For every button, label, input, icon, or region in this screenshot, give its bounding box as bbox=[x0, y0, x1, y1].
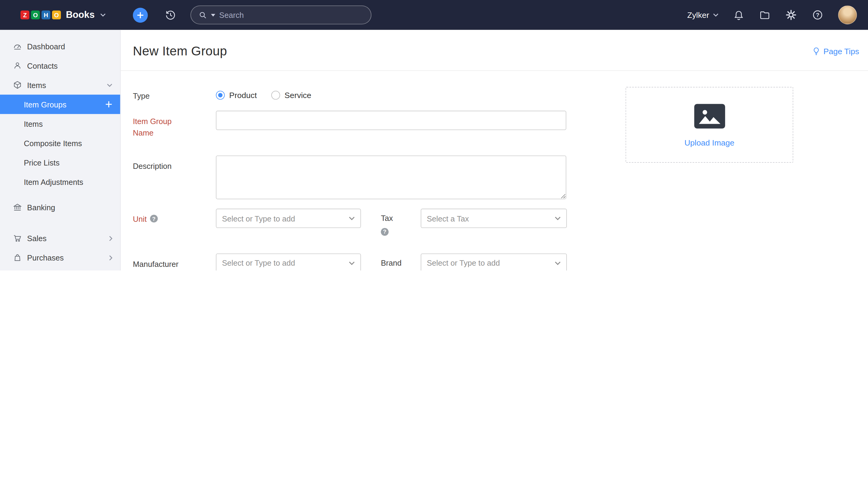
search-scope-caret-icon[interactable] bbox=[211, 14, 216, 16]
page-header: New Item Group Page Tips bbox=[121, 30, 868, 71]
upload-image-box[interactable]: Upload Image bbox=[626, 87, 793, 163]
unit-select-value: Select or Type to add bbox=[222, 214, 295, 223]
contacts-icon bbox=[12, 61, 22, 70]
banking-icon bbox=[12, 202, 22, 212]
sidebar-item-items[interactable]: Items bbox=[0, 75, 120, 95]
settings-button[interactable] bbox=[785, 9, 797, 21]
logo-tile-o1: O bbox=[31, 11, 40, 19]
sidebar-item-banking[interactable]: Banking bbox=[0, 198, 120, 217]
brand-label: Brand bbox=[381, 258, 421, 267]
sidebar-item-label: Banking bbox=[27, 203, 55, 211]
user-avatar[interactable] bbox=[838, 5, 857, 24]
brand-select[interactable]: Select or Type to add bbox=[421, 253, 567, 271]
manufacturer-select[interactable]: Select or Type to add bbox=[216, 253, 361, 271]
sales-icon bbox=[12, 233, 22, 243]
logo-tile-o2: O bbox=[52, 11, 61, 19]
sidebar: Dashboard Contacts Items Item Groups Ite… bbox=[0, 30, 121, 271]
main-content: New Item Group Page Tips Upload Image Ty… bbox=[121, 30, 868, 271]
tax-select-value: Select a Tax bbox=[427, 214, 469, 223]
help-icon: ? bbox=[812, 9, 823, 21]
zoho-books-logo[interactable]: Z O H O Books bbox=[0, 0, 121, 30]
radio-service-label[interactable]: Service bbox=[285, 90, 311, 99]
sidebar-item-items-sub[interactable]: Items bbox=[0, 114, 120, 133]
page-tips-label: Page Tips bbox=[823, 47, 859, 56]
brand-name: Books bbox=[66, 10, 95, 21]
sidebar-item-purchases[interactable]: Purchases bbox=[0, 248, 120, 267]
chevron-down-icon bbox=[107, 83, 112, 87]
chevron-down-icon bbox=[713, 13, 718, 17]
topbar-main: Zylker bbox=[121, 0, 868, 30]
chevron-down-icon bbox=[348, 216, 355, 220]
sidebar-item-item-groups[interactable]: Item Groups bbox=[0, 95, 120, 114]
sidebar-item-label: Purchases bbox=[27, 253, 64, 262]
global-search bbox=[190, 5, 371, 24]
brand-label-block: Brand bbox=[381, 253, 421, 271]
unit-tax-row: Unit Select or Type to add Tax Select a … bbox=[133, 209, 868, 236]
logo-tile-h: H bbox=[41, 11, 50, 19]
sidebar-item-composite-items[interactable]: Composite Items bbox=[0, 133, 120, 153]
sidebar-item-sales[interactable]: Sales bbox=[0, 228, 120, 248]
sidebar-item-item-adjustments[interactable]: Item Adjustments bbox=[0, 172, 120, 191]
sidebar-item-label: Price Lists bbox=[24, 158, 59, 167]
manufacturer-label: Manufacturer bbox=[133, 253, 216, 271]
recent-history-button[interactable] bbox=[164, 9, 176, 21]
chevron-down-icon bbox=[555, 261, 561, 265]
items-icon bbox=[12, 80, 22, 90]
type-options: Product Service bbox=[216, 85, 311, 102]
chevron-down-icon bbox=[100, 13, 106, 17]
sidebar-item-label: Item Adjustments bbox=[24, 177, 83, 186]
unit-label: Unit bbox=[133, 214, 147, 225]
sidebar-item-label: Item Groups bbox=[24, 100, 67, 109]
search-icon bbox=[199, 11, 207, 19]
page-title: New Item Group bbox=[133, 44, 227, 58]
sidebar-item-contacts[interactable]: Contacts bbox=[0, 56, 120, 75]
notifications-button[interactable] bbox=[733, 9, 745, 21]
unit-label-block: Unit bbox=[133, 209, 216, 236]
page-tips-link[interactable]: Page Tips bbox=[812, 47, 859, 56]
help-icon[interactable] bbox=[150, 215, 158, 223]
plus-icon[interactable] bbox=[105, 101, 113, 108]
org-name: Zylker bbox=[687, 11, 709, 19]
sidebar-item-label: Sales bbox=[27, 234, 47, 243]
radio-product-label[interactable]: Product bbox=[229, 90, 257, 99]
description-textarea[interactable] bbox=[216, 155, 566, 199]
logo-tile-z: Z bbox=[21, 11, 29, 19]
plus-icon bbox=[137, 11, 144, 18]
help-button[interactable]: ? bbox=[812, 9, 823, 21]
sidebar-item-label: Dashboard bbox=[27, 42, 65, 51]
brand-select-value: Select or Type to add bbox=[427, 258, 500, 267]
unit-select[interactable]: Select or Type to add bbox=[216, 209, 361, 228]
item-group-name-input[interactable] bbox=[216, 111, 566, 130]
image-icon bbox=[693, 103, 726, 129]
radio-product[interactable] bbox=[216, 90, 225, 99]
app-window: Z O H O Books bbox=[0, 0, 868, 271]
dashboard-icon bbox=[12, 41, 22, 51]
chevron-right-icon bbox=[109, 255, 112, 260]
search-input[interactable] bbox=[219, 11, 363, 19]
sidebar-item-label: Items bbox=[24, 119, 43, 128]
quick-create-button[interactable] bbox=[133, 7, 148, 22]
chevron-down-icon bbox=[555, 216, 561, 220]
sidebar-item-dashboard[interactable]: Dashboard bbox=[0, 37, 120, 56]
sidebar-item-price-lists[interactable]: Price Lists bbox=[0, 153, 120, 172]
folder-icon bbox=[759, 9, 770, 21]
manufacturer-select-value: Select or Type to add bbox=[222, 258, 295, 267]
chevron-right-icon bbox=[109, 235, 112, 241]
tax-select[interactable]: Select a Tax bbox=[421, 209, 567, 228]
lightbulb-icon bbox=[812, 47, 821, 56]
history-icon bbox=[164, 9, 176, 21]
sidebar-item-label: Items bbox=[27, 81, 46, 89]
help-icon[interactable] bbox=[381, 228, 389, 236]
purchases-icon bbox=[12, 253, 22, 262]
radio-service[interactable] bbox=[271, 90, 280, 99]
bell-icon bbox=[733, 9, 745, 21]
documents-button[interactable] bbox=[759, 9, 770, 21]
gear-icon bbox=[785, 9, 797, 21]
topbar: Z O H O Books bbox=[0, 0, 868, 30]
description-label: Description bbox=[133, 155, 216, 199]
org-selector[interactable]: Zylker bbox=[687, 11, 718, 19]
upload-image-label: Upload Image bbox=[684, 138, 734, 147]
sidebar-item-label: Composite Items bbox=[24, 139, 82, 147]
chevron-down-icon bbox=[348, 261, 355, 265]
manufacturer-brand-row: Manufacturer Select or Type to add Brand… bbox=[133, 253, 868, 271]
